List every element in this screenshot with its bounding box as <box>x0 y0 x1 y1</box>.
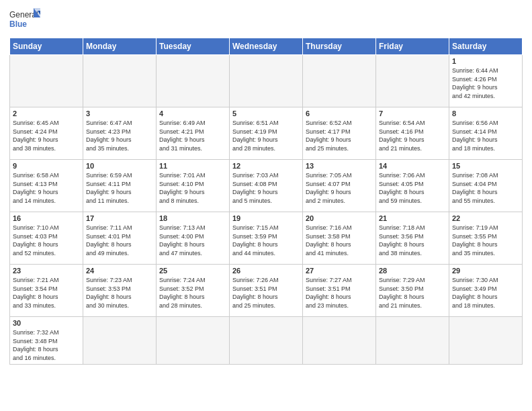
calendar-cell: 5Sunrise: 6:51 AM Sunset: 4:19 PM Daylig… <box>230 107 303 160</box>
calendar-cell: 13Sunrise: 7:05 AM Sunset: 4:07 PM Dayli… <box>303 160 376 212</box>
day-number: 19 <box>232 214 300 222</box>
calendar-cell <box>83 317 157 365</box>
day-info: Sunrise: 6:56 AM Sunset: 4:14 PM Dayligh… <box>452 119 519 152</box>
weekday-header-wednesday: Wednesday <box>230 38 303 55</box>
page: General Blue SundayMondayTuesdayWednesda… <box>0 0 532 371</box>
calendar-cell: 23Sunrise: 7:21 AM Sunset: 3:54 PM Dayli… <box>10 265 83 317</box>
weekday-header-sunday: Sunday <box>10 38 83 55</box>
weekday-header-monday: Monday <box>83 38 157 55</box>
day-info: Sunrise: 7:18 AM Sunset: 3:56 PM Dayligh… <box>379 224 446 257</box>
day-info: Sunrise: 7:21 AM Sunset: 3:54 PM Dayligh… <box>13 276 80 310</box>
calendar-cell <box>157 55 230 107</box>
day-number: 6 <box>306 109 373 118</box>
day-number: 17 <box>86 214 153 222</box>
day-info: Sunrise: 7:26 AM Sunset: 3:51 PM Dayligh… <box>232 276 300 310</box>
svg-text:Blue: Blue <box>9 19 27 29</box>
calendar-cell: 17Sunrise: 7:11 AM Sunset: 4:01 PM Dayli… <box>83 212 157 265</box>
calendar-cell <box>303 55 376 107</box>
calendar-cell: 16Sunrise: 7:10 AM Sunset: 4:03 PM Dayli… <box>10 212 83 265</box>
calendar-cell: 14Sunrise: 7:06 AM Sunset: 4:05 PM Dayli… <box>376 160 449 212</box>
day-number: 2 <box>13 109 80 118</box>
week-row-5: 23Sunrise: 7:21 AM Sunset: 3:54 PM Dayli… <box>10 265 523 317</box>
day-info: Sunrise: 7:24 AM Sunset: 3:52 PM Dayligh… <box>159 276 226 310</box>
day-number: 18 <box>159 214 226 222</box>
day-number: 29 <box>452 267 519 275</box>
day-info: Sunrise: 6:49 AM Sunset: 4:21 PM Dayligh… <box>159 119 226 152</box>
day-info: Sunrise: 6:51 AM Sunset: 4:19 PM Dayligh… <box>232 119 300 152</box>
day-info: Sunrise: 7:16 AM Sunset: 3:58 PM Dayligh… <box>306 224 373 257</box>
calendar-cell: 27Sunrise: 7:27 AM Sunset: 3:51 PM Dayli… <box>303 265 376 317</box>
day-info: Sunrise: 6:45 AM Sunset: 4:24 PM Dayligh… <box>13 119 80 152</box>
week-row-6: 30Sunrise: 7:32 AM Sunset: 3:48 PM Dayli… <box>10 317 523 365</box>
calendar-cell: 22Sunrise: 7:19 AM Sunset: 3:55 PM Dayli… <box>449 212 523 265</box>
calendar-cell: 19Sunrise: 7:15 AM Sunset: 3:59 PM Dayli… <box>230 212 303 265</box>
day-number: 30 <box>13 319 80 327</box>
logo: General Blue <box>9 7 43 34</box>
calendar-cell <box>376 317 449 365</box>
day-number: 9 <box>13 162 80 170</box>
calendar-cell: 4Sunrise: 6:49 AM Sunset: 4:21 PM Daylig… <box>157 107 230 160</box>
day-info: Sunrise: 7:01 AM Sunset: 4:10 PM Dayligh… <box>159 171 226 205</box>
day-info: Sunrise: 7:10 AM Sunset: 4:03 PM Dayligh… <box>13 224 80 257</box>
calendar-cell: 1Sunrise: 6:44 AM Sunset: 4:26 PM Daylig… <box>449 55 523 107</box>
day-info: Sunrise: 6:52 AM Sunset: 4:17 PM Dayligh… <box>306 119 373 152</box>
day-info: Sunrise: 7:27 AM Sunset: 3:51 PM Dayligh… <box>306 276 373 310</box>
week-row-4: 16Sunrise: 7:10 AM Sunset: 4:03 PM Dayli… <box>10 212 523 265</box>
logo-svg: General Blue <box>9 7 43 34</box>
day-number: 20 <box>306 214 373 222</box>
day-info: Sunrise: 7:05 AM Sunset: 4:07 PM Dayligh… <box>306 171 373 205</box>
calendar-cell: 26Sunrise: 7:26 AM Sunset: 3:51 PM Dayli… <box>230 265 303 317</box>
calendar-cell: 20Sunrise: 7:16 AM Sunset: 3:58 PM Dayli… <box>303 212 376 265</box>
day-number: 16 <box>13 214 80 222</box>
day-info: Sunrise: 7:03 AM Sunset: 4:08 PM Dayligh… <box>232 171 300 205</box>
week-row-2: 2Sunrise: 6:45 AM Sunset: 4:24 PM Daylig… <box>10 107 523 160</box>
weekday-header-saturday: Saturday <box>449 38 523 55</box>
calendar-cell <box>303 317 376 365</box>
calendar-cell: 7Sunrise: 6:54 AM Sunset: 4:16 PM Daylig… <box>376 107 449 160</box>
calendar-cell: 2Sunrise: 6:45 AM Sunset: 4:24 PM Daylig… <box>10 107 83 160</box>
weekday-header-friday: Friday <box>376 38 449 55</box>
day-number: 8 <box>452 109 519 118</box>
calendar-cell: 8Sunrise: 6:56 AM Sunset: 4:14 PM Daylig… <box>449 107 523 160</box>
day-number: 15 <box>452 162 519 170</box>
day-info: Sunrise: 7:23 AM Sunset: 3:53 PM Dayligh… <box>86 276 153 310</box>
day-number: 5 <box>232 109 300 118</box>
calendar-cell: 21Sunrise: 7:18 AM Sunset: 3:56 PM Dayli… <box>376 212 449 265</box>
day-number: 1 <box>452 57 519 65</box>
calendar-cell <box>157 317 230 365</box>
calendar-cell: 11Sunrise: 7:01 AM Sunset: 4:10 PM Dayli… <box>157 160 230 212</box>
day-number: 3 <box>86 109 153 118</box>
calendar-cell: 3Sunrise: 6:47 AM Sunset: 4:23 PM Daylig… <box>83 107 157 160</box>
day-number: 21 <box>379 214 446 222</box>
calendar-cell: 18Sunrise: 7:13 AM Sunset: 4:00 PM Dayli… <box>157 212 230 265</box>
calendar-cell <box>376 55 449 107</box>
calendar-cell: 9Sunrise: 6:58 AM Sunset: 4:13 PM Daylig… <box>10 160 83 212</box>
calendar-cell: 6Sunrise: 6:52 AM Sunset: 4:17 PM Daylig… <box>303 107 376 160</box>
calendar-cell <box>10 55 83 107</box>
day-info: Sunrise: 7:32 AM Sunset: 3:48 PM Dayligh… <box>13 328 80 362</box>
day-number: 24 <box>86 267 153 275</box>
calendar-table: SundayMondayTuesdayWednesdayThursdayFrid… <box>9 38 523 365</box>
calendar-cell: 25Sunrise: 7:24 AM Sunset: 3:52 PM Dayli… <box>157 265 230 317</box>
day-number: 14 <box>379 162 446 170</box>
calendar-cell: 10Sunrise: 6:59 AM Sunset: 4:11 PM Dayli… <box>83 160 157 212</box>
calendar-cell <box>230 317 303 365</box>
day-info: Sunrise: 6:54 AM Sunset: 4:16 PM Dayligh… <box>379 119 446 152</box>
calendar-cell: 15Sunrise: 7:08 AM Sunset: 4:04 PM Dayli… <box>449 160 523 212</box>
weekday-header-row: SundayMondayTuesdayWednesdayThursdayFrid… <box>10 38 523 55</box>
day-info: Sunrise: 6:58 AM Sunset: 4:13 PM Dayligh… <box>13 171 80 205</box>
day-info: Sunrise: 7:30 AM Sunset: 3:49 PM Dayligh… <box>452 276 519 310</box>
header: General Blue <box>9 7 523 34</box>
weekday-header-thursday: Thursday <box>303 38 376 55</box>
day-info: Sunrise: 7:08 AM Sunset: 4:04 PM Dayligh… <box>452 171 519 205</box>
day-info: Sunrise: 6:47 AM Sunset: 4:23 PM Dayligh… <box>86 119 153 152</box>
calendar-cell <box>449 317 523 365</box>
day-info: Sunrise: 7:13 AM Sunset: 4:00 PM Dayligh… <box>159 224 226 257</box>
day-info: Sunrise: 7:29 AM Sunset: 3:50 PM Dayligh… <box>379 276 446 310</box>
weekday-header-tuesday: Tuesday <box>157 38 230 55</box>
day-number: 11 <box>159 162 226 170</box>
calendar-cell: 29Sunrise: 7:30 AM Sunset: 3:49 PM Dayli… <box>449 265 523 317</box>
calendar-cell: 12Sunrise: 7:03 AM Sunset: 4:08 PM Dayli… <box>230 160 303 212</box>
calendar-cell: 30Sunrise: 7:32 AM Sunset: 3:48 PM Dayli… <box>10 317 83 365</box>
day-info: Sunrise: 7:11 AM Sunset: 4:01 PM Dayligh… <box>86 224 153 257</box>
